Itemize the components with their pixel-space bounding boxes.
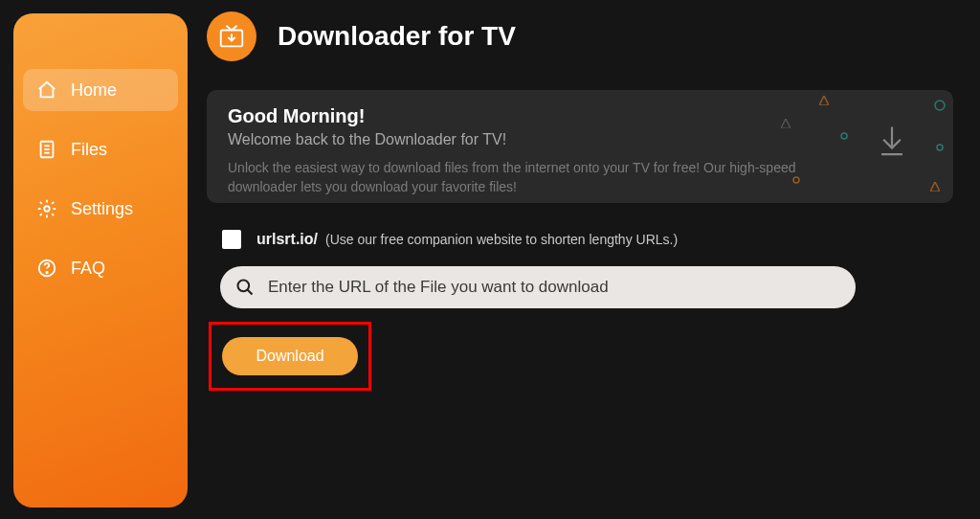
url-input[interactable] <box>268 278 804 297</box>
svg-point-10 <box>935 101 945 110</box>
shorten-url-prefix: urlsrt.io/ <box>256 231 318 248</box>
url-input-bar[interactable] <box>220 266 856 308</box>
svg-point-6 <box>46 272 47 273</box>
svg-point-11 <box>841 133 847 139</box>
download-button-label: Download <box>256 348 323 365</box>
sidebar-item-label: Settings <box>71 199 133 219</box>
welcome-card: Good Morning! Welcome back to the Downlo… <box>207 90 953 203</box>
home-icon <box>36 79 57 101</box>
app-title: Downloader for TV <box>278 21 516 52</box>
sidebar-item-label: FAQ <box>71 259 105 279</box>
sidebar-item-faq[interactable]: FAQ <box>23 247 178 289</box>
svg-point-16 <box>238 281 250 292</box>
shorten-url-checkbox[interactable] <box>222 230 241 249</box>
sidebar: Home Files Settings FAQ <box>13 13 188 508</box>
help-icon <box>36 258 57 279</box>
files-icon <box>36 139 57 160</box>
welcome-description: Unlock the easiest way to download files… <box>228 158 821 197</box>
svg-point-4 <box>44 206 50 212</box>
sidebar-item-label: Home <box>71 80 117 101</box>
svg-marker-14 <box>781 119 791 128</box>
welcome-subtitle: Welcome back to the Downloader for TV! <box>228 131 932 148</box>
shorten-url-hint: (Use our free companion website to short… <box>325 232 678 247</box>
welcome-title: Good Morning! <box>228 105 932 127</box>
svg-point-15 <box>937 145 943 150</box>
search-icon <box>235 278 255 297</box>
svg-marker-13 <box>930 182 940 192</box>
header: Downloader for TV <box>207 11 516 61</box>
svg-marker-9 <box>819 96 829 105</box>
sidebar-item-files[interactable]: Files <box>23 128 178 170</box>
sidebar-item-label: Files <box>71 140 107 160</box>
sidebar-item-settings[interactable]: Settings <box>23 188 178 230</box>
svg-line-17 <box>248 290 253 295</box>
shorten-url-row: urlsrt.io/ (Use our free companion websi… <box>222 230 678 249</box>
app-icon <box>207 11 256 61</box>
download-button[interactable]: Download <box>222 337 358 375</box>
svg-point-12 <box>793 177 799 183</box>
gear-icon <box>36 198 57 219</box>
sidebar-item-home[interactable]: Home <box>23 69 178 111</box>
download-icon <box>865 115 919 169</box>
